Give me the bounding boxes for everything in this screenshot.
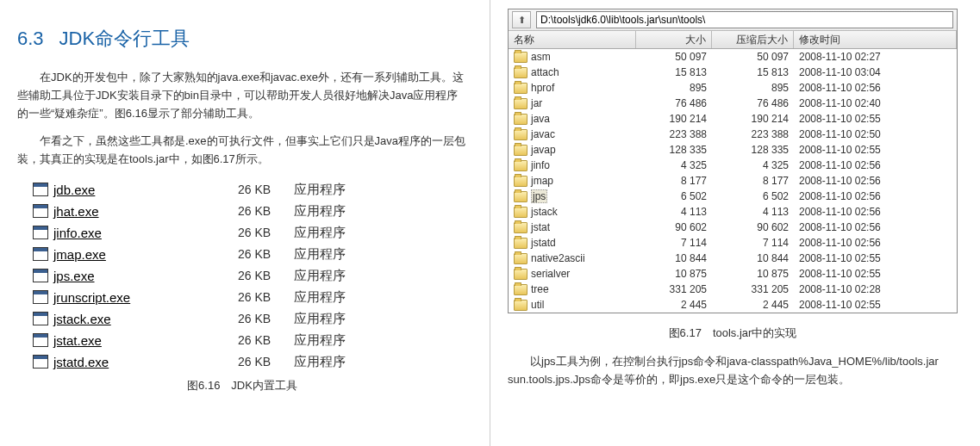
file-name: jdb.exe [53, 183, 238, 197]
explorer-row[interactable]: serialver10 87510 8752008-11-10 02:55 [509, 266, 957, 282]
file-row[interactable]: jstatd.exe26 KB应用程序 [33, 351, 467, 373]
row-csize: 223 388 [712, 128, 794, 140]
explorer-row[interactable]: jps6 5026 5022008-11-10 02:56 [509, 189, 957, 204]
row-size: 6 502 [636, 190, 712, 202]
row-csize: 2 445 [712, 299, 794, 311]
row-mtime: 2008-11-10 02:55 [794, 252, 957, 264]
explorer-row[interactable]: util2 4452 4452008-11-10 02:55 [509, 297, 957, 313]
exe-icon [33, 312, 48, 325]
row-name: jstatd [531, 237, 556, 249]
header-mtime[interactable]: 修改时间 [794, 31, 957, 48]
explorer-row[interactable]: jmap8 1778 1772008-11-10 02:56 [509, 173, 957, 189]
row-csize: 331 205 [712, 283, 794, 295]
row-mtime: 2008-11-10 02:56 [794, 175, 957, 187]
file-type: 应用程序 [294, 182, 346, 198]
exe-icon [33, 204, 48, 218]
explorer-row[interactable]: asm50 09750 0972008-11-10 02:27 [509, 49, 957, 65]
folder-icon [514, 207, 527, 218]
file-name: jrunscript.exe [53, 290, 238, 305]
row-name: jstack [531, 206, 558, 218]
explorer-row[interactable]: jar76 48676 4862008-11-10 02:40 [509, 96, 957, 111]
file-type: 应用程序 [294, 246, 346, 263]
row-mtime: 2008-11-10 02:55 [794, 113, 957, 125]
row-size: 7 114 [636, 237, 712, 249]
folder-icon [514, 83, 527, 94]
row-mtime: 2008-11-10 02:56 [794, 206, 957, 218]
page-left: 6.3JDK命令行工具 在JDK的开发包中，除了大家熟知的java.exe和ja… [0, 0, 490, 446]
row-csize: 15 813 [712, 66, 794, 78]
header-csize[interactable]: 压缩后大小 [712, 31, 794, 48]
row-name: tree [531, 283, 549, 295]
row-csize: 10 875 [712, 268, 794, 280]
figure-caption-left: 图6.16 JDK内置工具 [17, 378, 467, 393]
explorer-row[interactable]: tree331 205331 2052008-11-10 02:28 [509, 282, 957, 297]
row-csize: 190 214 [712, 113, 794, 125]
file-row[interactable]: jstack.exe26 KB应用程序 [33, 308, 467, 330]
row-size: 331 205 [636, 283, 712, 295]
file-row[interactable]: jps.exe26 KB应用程序 [33, 265, 467, 287]
row-name: javap [531, 144, 556, 156]
file-name: jps.exe [53, 269, 238, 283]
row-name: jmap [531, 175, 553, 187]
file-type: 应用程序 [294, 311, 346, 327]
file-name: jmap.exe [53, 247, 238, 262]
paragraph-2: 乍看之下，虽然这些工具都是.exe的可执行文件，但事实上它们只是Java程序的一… [17, 133, 467, 169]
explorer-row[interactable]: jstack4 1134 1132008-11-10 02:56 [509, 204, 957, 220]
explorer-row[interactable]: jstatd7 1147 1142008-11-10 02:56 [509, 235, 957, 251]
row-name: asm [531, 51, 551, 63]
file-row[interactable]: jdb.exe26 KB应用程序 [33, 179, 467, 201]
path-box[interactable]: D:\tools\jdk6.0\lib\tools.jar\sun\tools\ [536, 11, 953, 28]
exe-icon [33, 355, 48, 369]
explorer-row[interactable]: jinfo4 3254 3252008-11-10 02:56 [509, 158, 957, 173]
row-mtime: 2008-11-10 02:28 [794, 283, 957, 295]
explorer-row[interactable]: jstat90 60290 6022008-11-10 02:56 [509, 220, 957, 235]
explorer-row[interactable]: javac223 388223 3882008-11-10 02:50 [509, 127, 957, 142]
explorer-row[interactable]: javap128 335128 3352008-11-10 02:55 [509, 142, 957, 158]
file-row[interactable]: jinfo.exe26 KB应用程序 [33, 222, 467, 244]
up-button[interactable]: ⬆ [512, 11, 531, 28]
row-size: 10 844 [636, 252, 712, 264]
file-size: 26 KB [238, 183, 294, 196]
header-name[interactable]: 名称 [509, 31, 636, 48]
folder-icon [514, 114, 527, 125]
row-size: 895 [636, 82, 712, 94]
file-size: 26 KB [238, 290, 294, 304]
row-mtime: 2008-11-10 02:27 [794, 51, 957, 63]
section-heading: 6.3JDK命令行工具 [17, 26, 467, 52]
row-size: 190 214 [636, 113, 712, 125]
row-mtime: 2008-11-10 03:04 [794, 66, 957, 78]
file-size: 26 KB [238, 333, 294, 347]
explorer-row[interactable]: java190 214190 2142008-11-10 02:55 [509, 111, 957, 127]
file-row[interactable]: jmap.exe26 KB应用程序 [33, 244, 467, 265]
folder-icon [514, 191, 527, 202]
row-mtime: 2008-11-10 02:55 [794, 144, 957, 156]
explorer-row[interactable]: hprof8958952008-11-10 02:56 [509, 80, 957, 96]
exe-icon [33, 333, 48, 347]
row-size: 8 177 [636, 175, 712, 187]
row-size: 4 325 [636, 159, 712, 171]
file-row[interactable]: jhat.exe26 KB应用程序 [33, 201, 467, 222]
file-row[interactable]: jrunscript.exe26 KB应用程序 [33, 287, 467, 308]
folder-icon [514, 67, 527, 78]
explorer-row[interactable]: native2ascii10 84410 8442008-11-10 02:55 [509, 251, 957, 266]
explorer-row[interactable]: attach15 81315 8132008-11-10 03:04 [509, 65, 957, 80]
row-name: jar [531, 97, 542, 109]
file-type: 应用程序 [294, 354, 346, 370]
row-name: java [531, 113, 550, 125]
row-csize: 7 114 [712, 237, 794, 249]
folder-icon [514, 284, 527, 295]
row-size: 50 097 [636, 51, 712, 63]
file-name: jinfo.exe [53, 226, 238, 240]
exe-icon [33, 247, 48, 261]
path-text: D:\tools\jdk6.0\lib\tools.jar\sun\tools\ [540, 14, 705, 26]
row-size: 223 388 [636, 128, 712, 140]
row-name: jstat [531, 221, 550, 233]
file-row[interactable]: jstat.exe26 KB应用程序 [33, 330, 467, 351]
header-size[interactable]: 大小 [636, 31, 712, 48]
paragraph-right: 以jps工具为例，在控制台执行jps命令和java-classpath%Java… [508, 353, 958, 389]
row-size: 128 335 [636, 144, 712, 156]
file-list: jdb.exe26 KB应用程序jhat.exe26 KB应用程序jinfo.e… [33, 179, 467, 373]
file-name: jhat.exe [53, 204, 238, 219]
explorer-window: ⬆ D:\tools\jdk6.0\lib\tools.jar\sun\tool… [508, 9, 958, 313]
explorer-body: asm50 09750 0972008-11-10 02:27attach15 … [509, 49, 957, 313]
